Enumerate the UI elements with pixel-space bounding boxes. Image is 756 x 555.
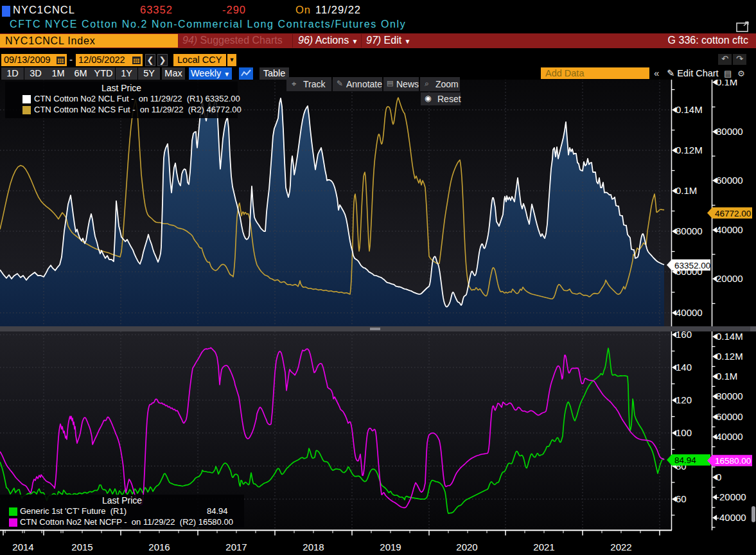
svg-text:40000: 40000 (716, 431, 743, 442)
svg-text:0.14M: 0.14M (716, 331, 743, 342)
svg-text:2015: 2015 (71, 542, 92, 552)
svg-text:60: 60 (676, 493, 687, 504)
svg-text:140: 140 (676, 362, 692, 373)
svg-text:2018: 2018 (303, 542, 324, 552)
svg-text:0.12M: 0.12M (716, 351, 743, 362)
svg-text:0.12M: 0.12M (676, 145, 703, 155)
svg-text:2021: 2021 (533, 542, 554, 552)
svg-text:2020: 2020 (456, 542, 477, 552)
svg-text:2022: 2022 (610, 542, 631, 552)
svg-text:80000: 80000 (716, 391, 743, 401)
svg-text:0.14M: 0.14M (676, 104, 703, 115)
svg-text:60000: 60000 (716, 411, 743, 422)
svg-text:2016: 2016 (148, 542, 170, 552)
svg-text:0.1M: 0.1M (716, 371, 737, 382)
svg-text:-40000: -40000 (716, 512, 746, 523)
svg-text:2019: 2019 (380, 542, 401, 552)
svg-text:63352.00: 63352.00 (674, 261, 710, 270)
svg-text:40000: 40000 (676, 307, 703, 318)
svg-text:100: 100 (676, 427, 692, 438)
svg-text:80000: 80000 (676, 225, 703, 236)
svg-text:0.1M: 0.1M (676, 185, 697, 196)
svg-text:46772.00: 46772.00 (715, 209, 751, 218)
svg-text:-20000: -20000 (716, 491, 746, 502)
svg-text:120: 120 (676, 394, 692, 405)
svg-text:20000: 20000 (716, 273, 743, 284)
svg-text:2017: 2017 (225, 542, 247, 552)
svg-text:80000: 80000 (716, 126, 743, 137)
svg-text:16580.00: 16580.00 (715, 456, 751, 466)
svg-text:40000: 40000 (716, 224, 743, 235)
svg-text:60000: 60000 (716, 175, 743, 186)
svg-text:0: 0 (716, 471, 721, 482)
svg-text:84.94: 84.94 (674, 455, 696, 465)
svg-text:2014: 2014 (12, 542, 33, 552)
